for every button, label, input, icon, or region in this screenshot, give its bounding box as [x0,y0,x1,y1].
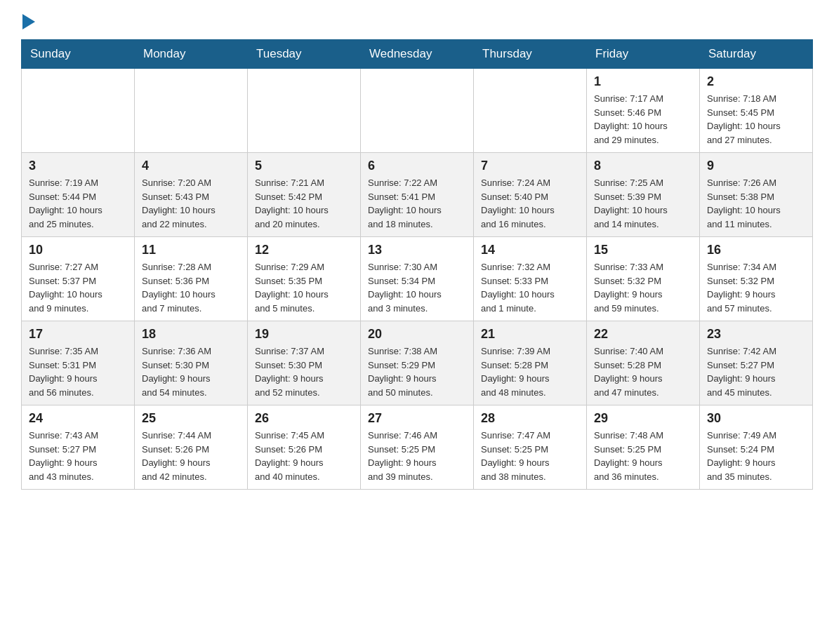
day-number: 28 [481,411,579,426]
weekday-header-wednesday: Wednesday [361,40,474,69]
day-number: 9 [707,159,805,173]
day-info: Sunrise: 7:19 AM Sunset: 5:44 PM Dayligh… [29,176,127,231]
day-info: Sunrise: 7:45 AM Sunset: 5:26 PM Dayligh… [255,429,353,483]
calendar-cell: 26Sunrise: 7:45 AM Sunset: 5:26 PM Dayli… [248,405,361,490]
calendar-week-row: 1Sunrise: 7:17 AM Sunset: 5:46 PM Daylig… [22,69,813,153]
day-number: 29 [594,411,692,426]
day-info: Sunrise: 7:44 AM Sunset: 5:26 PM Dayligh… [142,429,240,483]
calendar-cell: 7Sunrise: 7:24 AM Sunset: 5:40 PM Daylig… [474,153,587,237]
day-info: Sunrise: 7:49 AM Sunset: 5:24 PM Dayligh… [707,429,805,483]
calendar-table: SundayMondayTuesdayWednesdayThursdayFrid… [21,39,813,490]
day-info: Sunrise: 7:37 AM Sunset: 5:30 PM Dayligh… [255,344,353,399]
weekday-header-thursday: Thursday [474,40,587,69]
weekday-header-saturday: Saturday [700,40,813,69]
day-info: Sunrise: 7:34 AM Sunset: 5:32 PM Dayligh… [707,260,805,315]
calendar-cell: 19Sunrise: 7:37 AM Sunset: 5:30 PM Dayli… [248,321,361,405]
day-number: 3 [29,159,127,173]
calendar-cell: 14Sunrise: 7:32 AM Sunset: 5:33 PM Dayli… [474,237,587,321]
calendar-cell: 4Sunrise: 7:20 AM Sunset: 5:43 PM Daylig… [135,153,248,237]
day-number: 19 [255,327,353,342]
day-number: 15 [594,243,692,257]
day-info: Sunrise: 7:30 AM Sunset: 5:34 PM Dayligh… [368,260,466,315]
calendar-cell: 6Sunrise: 7:22 AM Sunset: 5:41 PM Daylig… [361,153,474,237]
calendar-cell: 28Sunrise: 7:47 AM Sunset: 5:25 PM Dayli… [474,405,587,490]
calendar-cell [135,69,248,153]
day-info: Sunrise: 7:47 AM Sunset: 5:25 PM Dayligh… [481,429,579,483]
logo-triangle-icon [22,14,35,29]
calendar-cell: 8Sunrise: 7:25 AM Sunset: 5:39 PM Daylig… [587,153,700,237]
day-info: Sunrise: 7:39 AM Sunset: 5:28 PM Dayligh… [481,344,579,399]
day-number: 10 [29,243,127,257]
day-info: Sunrise: 7:48 AM Sunset: 5:25 PM Dayligh… [594,429,692,483]
calendar-cell: 24Sunrise: 7:43 AM Sunset: 5:27 PM Dayli… [22,405,135,490]
day-info: Sunrise: 7:42 AM Sunset: 5:27 PM Dayligh… [707,344,805,399]
calendar-cell: 18Sunrise: 7:36 AM Sunset: 5:30 PM Dayli… [135,321,248,405]
day-number: 11 [142,243,240,257]
day-number: 30 [707,411,805,426]
calendar-cell: 29Sunrise: 7:48 AM Sunset: 5:25 PM Dayli… [587,405,700,490]
calendar-cell: 12Sunrise: 7:29 AM Sunset: 5:35 PM Dayli… [248,237,361,321]
calendar-week-row: 10Sunrise: 7:27 AM Sunset: 5:37 PM Dayli… [22,237,813,321]
day-number: 22 [594,327,692,342]
day-info: Sunrise: 7:38 AM Sunset: 5:29 PM Dayligh… [368,344,466,399]
calendar-cell [22,69,135,153]
day-number: 6 [368,159,466,173]
day-number: 1 [594,74,692,89]
day-number: 26 [255,411,353,426]
calendar-cell: 27Sunrise: 7:46 AM Sunset: 5:25 PM Dayli… [361,405,474,490]
day-number: 8 [594,159,692,173]
day-number: 2 [707,74,805,89]
day-number: 23 [707,327,805,342]
calendar-cell: 20Sunrise: 7:38 AM Sunset: 5:29 PM Dayli… [361,321,474,405]
day-info: Sunrise: 7:40 AM Sunset: 5:28 PM Dayligh… [594,344,692,399]
day-number: 16 [707,243,805,257]
calendar-cell: 25Sunrise: 7:44 AM Sunset: 5:26 PM Dayli… [135,405,248,490]
day-number: 24 [29,411,127,426]
day-info: Sunrise: 7:24 AM Sunset: 5:40 PM Dayligh… [481,176,579,231]
calendar-week-row: 24Sunrise: 7:43 AM Sunset: 5:27 PM Dayli… [22,405,813,490]
day-info: Sunrise: 7:35 AM Sunset: 5:31 PM Dayligh… [29,344,127,399]
day-info: Sunrise: 7:43 AM Sunset: 5:27 PM Dayligh… [29,429,127,483]
day-number: 14 [481,243,579,257]
day-info: Sunrise: 7:20 AM Sunset: 5:43 PM Dayligh… [142,176,240,231]
day-info: Sunrise: 7:33 AM Sunset: 5:32 PM Dayligh… [594,260,692,315]
logo [21,14,35,32]
day-number: 4 [142,159,240,173]
calendar-cell: 1Sunrise: 7:17 AM Sunset: 5:46 PM Daylig… [587,69,700,153]
day-number: 21 [481,327,579,342]
day-number: 20 [368,327,466,342]
day-info: Sunrise: 7:26 AM Sunset: 5:38 PM Dayligh… [707,176,805,231]
day-number: 13 [368,243,466,257]
calendar-cell: 9Sunrise: 7:26 AM Sunset: 5:38 PM Daylig… [700,153,813,237]
calendar-header-row: SundayMondayTuesdayWednesdayThursdayFrid… [22,40,813,69]
day-info: Sunrise: 7:36 AM Sunset: 5:30 PM Dayligh… [142,344,240,399]
calendar-cell: 15Sunrise: 7:33 AM Sunset: 5:32 PM Dayli… [587,237,700,321]
calendar-week-row: 3Sunrise: 7:19 AM Sunset: 5:44 PM Daylig… [22,153,813,237]
weekday-header-tuesday: Tuesday [248,40,361,69]
calendar-week-row: 17Sunrise: 7:35 AM Sunset: 5:31 PM Dayli… [22,321,813,405]
calendar-cell: 3Sunrise: 7:19 AM Sunset: 5:44 PM Daylig… [22,153,135,237]
weekday-header-friday: Friday [587,40,700,69]
calendar-cell [361,69,474,153]
calendar-cell: 2Sunrise: 7:18 AM Sunset: 5:45 PM Daylig… [700,69,813,153]
day-number: 17 [29,327,127,342]
day-info: Sunrise: 7:46 AM Sunset: 5:25 PM Dayligh… [368,429,466,483]
calendar-cell: 16Sunrise: 7:34 AM Sunset: 5:32 PM Dayli… [700,237,813,321]
calendar-cell: 11Sunrise: 7:28 AM Sunset: 5:36 PM Dayli… [135,237,248,321]
header [21,14,813,32]
day-info: Sunrise: 7:27 AM Sunset: 5:37 PM Dayligh… [29,260,127,315]
day-number: 25 [142,411,240,426]
day-info: Sunrise: 7:22 AM Sunset: 5:41 PM Dayligh… [368,176,466,231]
calendar-cell: 21Sunrise: 7:39 AM Sunset: 5:28 PM Dayli… [474,321,587,405]
day-info: Sunrise: 7:25 AM Sunset: 5:39 PM Dayligh… [594,176,692,231]
day-info: Sunrise: 7:21 AM Sunset: 5:42 PM Dayligh… [255,176,353,231]
weekday-header-sunday: Sunday [22,40,135,69]
day-info: Sunrise: 7:17 AM Sunset: 5:46 PM Dayligh… [594,92,692,147]
day-number: 12 [255,243,353,257]
day-info: Sunrise: 7:32 AM Sunset: 5:33 PM Dayligh… [481,260,579,315]
calendar-cell: 22Sunrise: 7:40 AM Sunset: 5:28 PM Dayli… [587,321,700,405]
calendar-cell: 17Sunrise: 7:35 AM Sunset: 5:31 PM Dayli… [22,321,135,405]
calendar-cell [474,69,587,153]
calendar-cell: 23Sunrise: 7:42 AM Sunset: 5:27 PM Dayli… [700,321,813,405]
calendar-cell [248,69,361,153]
